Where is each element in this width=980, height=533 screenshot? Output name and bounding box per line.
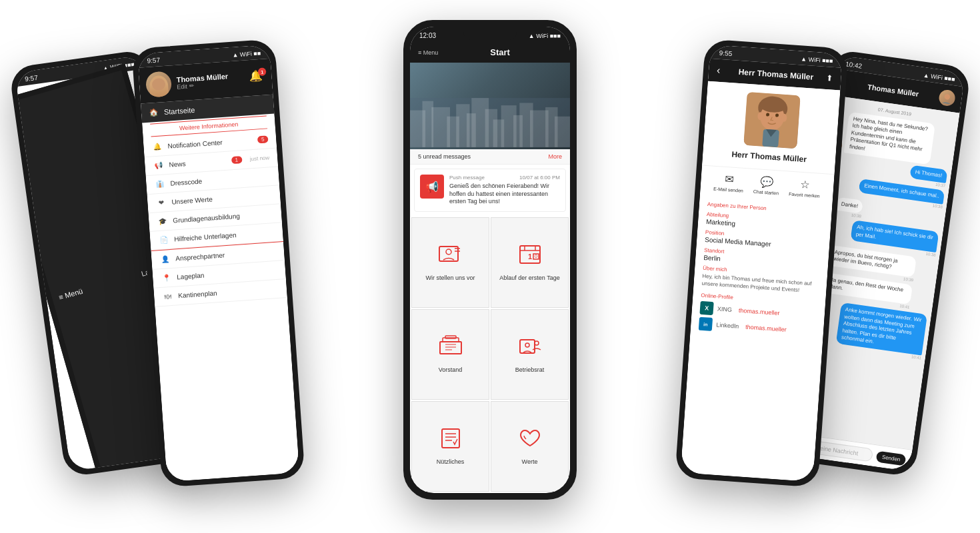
notif-center-label: Notification Center <box>167 137 252 150</box>
werte-tile-icon <box>517 427 543 454</box>
notif-center-icon: 🔔 <box>151 143 163 151</box>
svg-point-17 <box>446 249 451 255</box>
profile-avatar <box>743 92 800 149</box>
send-button[interactable]: Senden <box>876 450 907 466</box>
tile-werte-label: Werte <box>522 458 538 466</box>
vorstand-icon <box>437 335 464 362</box>
ansprechpartner-icon: 👤 <box>159 255 171 263</box>
push-content: Push message 10/07 at 6:00 PM Genieß den… <box>449 175 560 206</box>
nuetzliches-icon <box>437 427 464 454</box>
profile-avatar-section: Herr Thomas Müller <box>702 81 840 175</box>
email-action-icon: ✉ <box>724 173 733 186</box>
profile-info-section: Angaben zu Ihrer Person Abteilung Market… <box>681 195 833 482</box>
chat-action-icon: 💬 <box>759 175 773 189</box>
back-btn-4[interactable]: ‹ <box>716 65 721 77</box>
unread-messages: 5 unread messages <box>418 153 471 160</box>
tile-nuetzliches-label: Nützliches <box>437 458 465 466</box>
center-header: ≡ Menu Start <box>410 42 570 63</box>
tile-vorstand-label: Vorstand <box>439 366 463 374</box>
grid-tiles: Wir stellen uns vor 1 0 <box>410 216 570 493</box>
cityscape-svg <box>410 96 570 149</box>
notif-badge: 5 <box>257 135 269 143</box>
lageplan-icon: 📍 <box>161 274 172 282</box>
tile-betriebsrat[interactable]: Betriebsrat <box>491 309 569 400</box>
phones-container: 9:57 ▲ WiFi ■■■ ≡ Menü Lageplan Erdgesch… <box>0 0 980 533</box>
online-profiles: Online-Profile X XING thomas.mueller in … <box>699 292 818 338</box>
home-icon: 🏠 <box>149 108 159 117</box>
notification-bell-icon[interactable]: 🔔 1 <box>249 69 266 86</box>
push-text: Genieß den schönen Feierabend! Wir hoffe… <box>449 183 560 206</box>
svg-rect-29 <box>445 336 456 338</box>
svg-text:0: 0 <box>535 254 537 259</box>
favorit-action-icon: ☆ <box>800 178 810 191</box>
werte-label: Unsere Werte <box>171 191 272 206</box>
hilfreiche-icon: 📄 <box>158 236 169 244</box>
linkedin-value[interactable]: thomas.mueller <box>745 324 787 333</box>
status-icons-3: ▲ WiFi ■■■ <box>529 33 561 39</box>
phone-profile: 9:55 ▲ WiFi ■■■ ‹ Herr Thomas Müller ⬆ <box>675 39 849 487</box>
phone-notch <box>463 27 517 40</box>
xing-value[interactable]: thomas.mueller <box>739 307 780 316</box>
grundlagen-label: Grundlagenausbildung <box>173 210 273 225</box>
news-icon: 📢 <box>153 161 164 169</box>
werte-icon: ❤ <box>155 199 167 207</box>
svg-point-34 <box>525 343 529 347</box>
betriebsrat-icon <box>517 335 543 362</box>
news-time: just now <box>250 155 270 162</box>
svg-point-49 <box>944 94 950 100</box>
ansprechpartner-label: Ansprechpartner <box>175 248 276 263</box>
linkedin-icon: in <box>699 317 713 331</box>
svg-rect-36 <box>442 429 459 448</box>
home-label: Startseite <box>164 105 195 115</box>
menu-btn-1[interactable]: ≡ Menü <box>58 287 84 302</box>
more-link[interactable]: More <box>548 153 562 160</box>
wir-stellen-icon <box>437 243 464 270</box>
menu-btn-3[interactable]: ≡ Menu <box>418 49 438 56</box>
svg-text:1: 1 <box>527 253 531 261</box>
linkedin-label: LinkedIn <box>716 322 739 330</box>
news-badge: 1 <box>231 156 243 164</box>
messages-bar: 5 unread messages More <box>410 149 570 165</box>
tile-nuetzliches[interactable]: Nützliches <box>411 401 489 492</box>
dresscode-label: Dresscode <box>170 173 271 187</box>
kantinenplan-label: Kantinenplan <box>178 285 279 300</box>
push-time: 10/07 at 6:00 PM <box>519 175 560 181</box>
time-4: 9:55 <box>719 49 732 57</box>
push-message: 📢 Push message 10/07 at 6:00 PM Genieß d… <box>414 169 566 212</box>
tile-betriebsrat-label: Betriebsrat <box>515 366 545 374</box>
hero-image <box>410 63 570 149</box>
share-btn[interactable]: ⬆ <box>826 73 833 83</box>
time-3: 12:03 <box>419 32 436 39</box>
tile-vorstand[interactable]: Vorstand <box>411 309 489 400</box>
time-5: 10:42 <box>845 60 862 69</box>
user-avatar <box>145 71 173 98</box>
tile-werte[interactable]: Werte <box>491 401 569 492</box>
tile-ablauf[interactable]: 1 0 Ablauf der ersten Tage <box>491 217 569 308</box>
push-icon: 📢 <box>420 175 444 199</box>
action-favorit[interactable]: ☆ Favorit merken <box>789 177 821 199</box>
svg-rect-27 <box>440 342 461 354</box>
push-type: Push message <box>449 175 485 181</box>
chat-title: Thomas Müller <box>847 80 940 101</box>
favorit-action-label: Favorit merken <box>789 192 820 199</box>
chat-action-label: Chat starten <box>753 189 779 196</box>
action-chat[interactable]: 💬 Chat starten <box>753 175 780 196</box>
dresscode-icon: 👔 <box>154 180 165 188</box>
tile-wir-stellen[interactable]: Wir stellen uns vor <box>411 217 489 308</box>
lageplan-label: Lageplan <box>177 266 277 281</box>
status-icons-4: ▲ WiFi ■■■ <box>801 55 833 64</box>
time-1: 9:57 <box>25 74 39 83</box>
svg-rect-15 <box>555 117 570 147</box>
action-email[interactable]: ✉ E-Mail senden <box>713 172 745 193</box>
phone-menu: 9:57 ▲ WiFi ■■ Thomas Müller Edit ✏ 🔔 1 <box>131 39 305 487</box>
tile-ablauf-label: Ablauf der ersten Tage <box>499 274 559 282</box>
status-icons-5: ▲ WiFi ■■■ <box>923 71 955 83</box>
push-meta: Push message 10/07 at 6:00 PM <box>449 175 560 181</box>
hilfreiche-label: Hilfreiche Unterlagen <box>174 229 275 243</box>
xing-label: XING <box>717 306 733 314</box>
email-action-label: E-Mail senden <box>713 187 743 193</box>
tile-wir-stellen-label: Wir stellen uns vor <box>425 274 475 282</box>
user-info: Thomas Müller Edit ✏ <box>176 71 244 91</box>
status-icons-2: ▲ WiFi ■■ <box>232 49 261 58</box>
time-2: 9:57 <box>147 56 160 64</box>
